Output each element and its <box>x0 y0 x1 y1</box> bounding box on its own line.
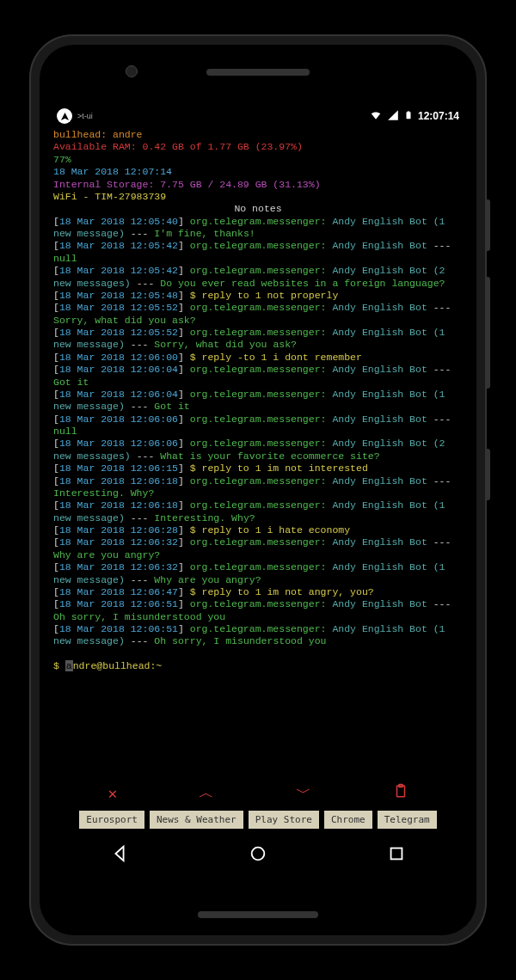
location-icon <box>57 108 72 124</box>
log-line: [18 Mar 2018 12:06:47] $ reply to 1 im n… <box>53 586 463 598</box>
log-line: [18 Mar 2018 12:06:15] $ reply to 1 im n… <box>53 462 463 475</box>
side-button[interactable] <box>485 449 490 500</box>
prompt-symbol: $ <box>53 660 59 671</box>
log-line: [18 Mar 2018 12:06:51] org.telegram.mess… <box>53 598 463 623</box>
log-line: [18 Mar 2018 12:06:18] org.telegram.mess… <box>53 499 463 524</box>
prompt-cursor: a <box>65 660 73 671</box>
log-line: [18 Mar 2018 12:05:48] $ reply to 1 not … <box>53 290 463 302</box>
terminal-output[interactable]: bullhead: andre Available RAM: 0.42 GB o… <box>50 127 466 780</box>
app-telegram[interactable]: Telegram <box>378 811 437 829</box>
home-button[interactable] <box>249 844 267 866</box>
ram-line: Available RAM: 0.42 GB of 1.77 GB (23.97… <box>53 141 463 153</box>
toolbar: ✕ ︿ ﹀ <box>50 780 466 805</box>
battery-icon <box>404 108 413 125</box>
close-icon[interactable]: ✕ <box>108 784 117 802</box>
chevron-up-icon[interactable]: ︿ <box>199 782 214 803</box>
app-play-store[interactable]: Play Store <box>249 811 319 829</box>
recents-button[interactable] <box>387 844 406 866</box>
screen: >t-ui 12:07:14 bullhead: andre <box>50 105 466 875</box>
app-eurosport[interactable]: Eurosport <box>79 811 144 829</box>
battery-line: 77% <box>53 154 463 166</box>
log-line: [18 Mar 2018 12:05:40] org.telegram.mess… <box>53 216 463 241</box>
svg-point-4 <box>252 847 265 860</box>
app-news-weather[interactable]: News & Weather <box>150 811 243 829</box>
log-line: [18 Mar 2018 12:06:06] org.telegram.mess… <box>53 413 463 438</box>
log-line: [18 Mar 2018 12:06:18] org.telegram.mess… <box>53 475 463 500</box>
host-line: bullhead: andre <box>53 129 463 141</box>
power-button[interactable] <box>485 199 490 251</box>
log-line: [18 Mar 2018 12:05:52] org.telegram.mess… <box>53 327 463 352</box>
phone-speaker <box>206 69 310 76</box>
android-nav-bar <box>50 834 466 875</box>
phone-chin-bar <box>198 911 318 918</box>
log-line: [18 Mar 2018 12:05:42] org.telegram.mess… <box>53 265 463 290</box>
prompt-text: ndre@bullhead:~ <box>73 660 163 671</box>
wifi-line: WiFi - TIM-27983739 <box>53 191 463 203</box>
log-line: [18 Mar 2018 12:06:04] org.telegram.mess… <box>53 389 463 413</box>
log-line: [18 Mar 2018 12:06:51] org.telegram.mess… <box>53 623 463 648</box>
signal-icon <box>387 109 399 124</box>
svg-rect-0 <box>406 112 410 119</box>
app-shortcuts: Eurosport News & Weather Play Store Chro… <box>50 805 466 834</box>
log-line: [18 Mar 2018 12:05:52] org.telegram.mess… <box>53 302 463 327</box>
log-line: [18 Mar 2018 12:06:28] $ reply to 1 i ha… <box>53 524 463 536</box>
app-chrome[interactable]: Chrome <box>324 811 372 829</box>
svg-rect-1 <box>408 111 410 112</box>
volume-button[interactable] <box>485 277 490 389</box>
prompt-line[interactable]: $ andre@bullhead:~ <box>53 660 463 672</box>
notes-line: No notes <box>53 203 463 215</box>
status-bar: >t-ui 12:07:14 <box>50 105 466 127</box>
status-time: 12:07:14 <box>418 110 459 122</box>
chevron-down-icon[interactable]: ﹀ <box>296 782 311 803</box>
log-container: [18 Mar 2018 12:05:40] org.telegram.mess… <box>53 216 463 648</box>
clipboard-icon[interactable] <box>393 783 408 802</box>
storage-line: Internal Storage: 7.75 GB / 24.89 GB (31… <box>53 179 463 191</box>
wifi-icon <box>370 109 382 124</box>
clock-line: 18 Mar 2018 12:07:14 <box>53 166 463 178</box>
log-line: [18 Mar 2018 12:06:06] org.telegram.mess… <box>53 438 463 462</box>
log-line: [18 Mar 2018 12:06:32] org.telegram.mess… <box>53 536 463 561</box>
log-line: [18 Mar 2018 12:06:00] $ reply -to 1 i d… <box>53 352 463 364</box>
back-button[interactable] <box>110 844 129 866</box>
phone-frame: >t-ui 12:07:14 bullhead: andre <box>31 36 485 944</box>
svg-rect-5 <box>391 848 402 859</box>
log-line: [18 Mar 2018 12:05:42] org.telegram.mess… <box>53 240 463 265</box>
log-line: [18 Mar 2018 12:06:04] org.telegram.mess… <box>53 364 463 389</box>
phone-camera <box>126 65 138 77</box>
log-line: [18 Mar 2018 12:06:32] org.telegram.mess… <box>53 561 463 586</box>
status-app-label: >t-ui <box>77 112 93 120</box>
